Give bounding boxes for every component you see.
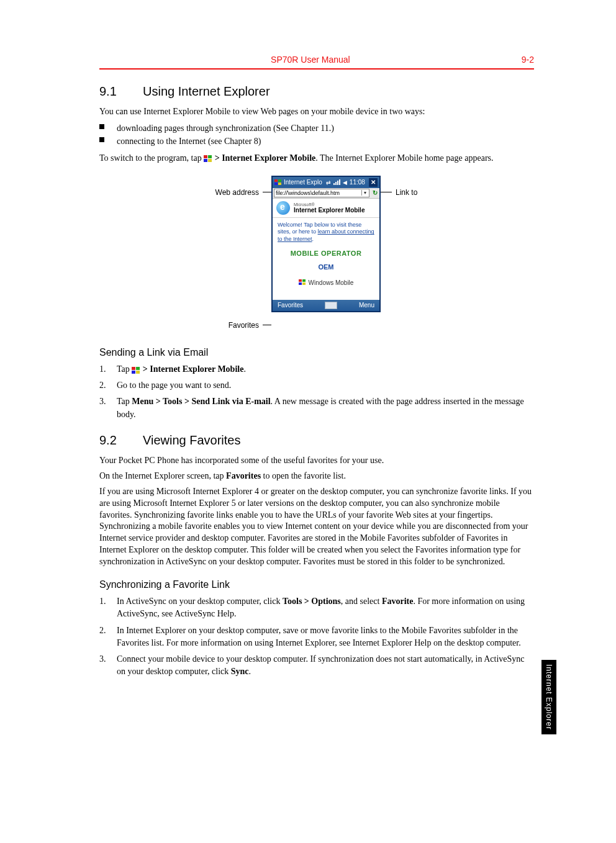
paragraph: If you are using Microsoft Internet Expl… <box>99 486 534 568</box>
brand-small: Microsoft® <box>294 202 365 207</box>
svg-rect-15 <box>136 371 140 374</box>
svg-rect-2 <box>204 159 207 162</box>
svg-rect-12 <box>132 367 135 370</box>
windows-start-icon <box>204 155 212 162</box>
device-figure: Web address Favorites Internet Explo ⇄ ◀ <box>99 176 534 330</box>
ordered-list-sync: In ActiveSync on your desktop computer, … <box>99 595 534 678</box>
clock-time: 11:08 <box>350 179 365 186</box>
list-item: downloading pages through synchronizatio… <box>99 122 534 135</box>
ordered-list-send: Tap > Internet Explorer Mobile. Go to th… <box>99 363 534 421</box>
address-bar-row: file://\windows\default.htm ▾ ↻ <box>273 188 379 199</box>
svg-rect-3 <box>208 159 212 162</box>
subheading-sending-link: Sending a Link via Email <box>99 347 534 358</box>
svg-rect-4 <box>274 179 278 182</box>
callout-link-to: Link to <box>381 188 430 197</box>
device-screenshot: Internet Explo ⇄ ◀ 11:08 ✕ file://\windo… <box>271 176 381 312</box>
softkey-favorites[interactable]: Favorites <box>278 302 303 309</box>
svg-rect-10 <box>299 282 302 285</box>
bullet-list: downloading pages through synchronizatio… <box>99 122 534 148</box>
intro-paragraph: You can use Internet Explorer Mobile to … <box>99 106 534 118</box>
list-item: Tap > Internet Explorer Mobile. <box>99 363 534 376</box>
keyboard-icon[interactable] <box>325 302 337 309</box>
svg-rect-6 <box>274 183 278 185</box>
svg-rect-11 <box>302 282 306 285</box>
svg-rect-13 <box>136 367 140 370</box>
paragraph: Your Pocket PC Phone has incorporated so… <box>99 455 534 467</box>
device-titlebar: Internet Explo ⇄ ◀ 11:08 ✕ <box>273 177 379 188</box>
svg-rect-8 <box>299 279 302 282</box>
brand-row: Microsoft® Internet Explorer Mobile <box>273 199 379 218</box>
oem-link[interactable]: OEM <box>273 263 379 271</box>
callout-web-address: Web address <box>203 188 271 197</box>
connectivity-icon: ⇄ <box>326 179 331 186</box>
list-item: In Internet Explorer on your desktop com… <box>99 624 534 650</box>
page-number: 9-2 <box>522 55 534 65</box>
list-item: connecting to the Internet (see Chapter … <box>99 135 534 148</box>
signal-icon <box>333 179 340 185</box>
svg-rect-14 <box>132 371 135 374</box>
section-9-2-heading: 9.2Viewing Favorites <box>99 433 534 448</box>
list-item: In ActiveSync on your desktop computer, … <box>99 595 534 621</box>
callout-favorites: Favorites <box>203 321 271 330</box>
side-tab-internet-explorer: Internet Explorer <box>541 660 556 734</box>
section-number: 9.2 <box>99 433 143 448</box>
ie-logo-icon <box>276 201 290 215</box>
address-value: file://\windows\default.htm <box>276 190 340 196</box>
svg-rect-5 <box>278 179 281 182</box>
svg-rect-0 <box>204 155 207 158</box>
section-title: Using Internet Explorer <box>143 84 270 98</box>
welcome-text: Welcome! Tap below to visit these sites,… <box>273 218 379 246</box>
softkey-menu[interactable]: Menu <box>359 302 374 309</box>
page-content: SP70R User Manual 9-2 9.1Using Internet … <box>99 55 534 683</box>
address-input[interactable]: file://\windows\default.htm ▾ <box>274 189 369 197</box>
svg-rect-9 <box>302 279 306 282</box>
device-softkey-bar: Favorites Menu <box>273 300 379 311</box>
mobile-operator-link[interactable]: MOBILE OPERATOR <box>273 250 379 257</box>
windows-flag-icon <box>299 279 306 286</box>
brand-main: Internet Explorer Mobile <box>294 207 365 214</box>
speaker-icon: ◀ <box>343 179 347 186</box>
section-title: Viewing Favorites <box>143 433 240 447</box>
go-button[interactable]: ↻ <box>371 189 379 196</box>
section-number: 9.1 <box>99 84 143 99</box>
subheading-sync-favorite: Synchronizing a Favorite Link <box>99 579 534 590</box>
windows-start-icon[interactable] <box>274 179 282 186</box>
list-item: Go to the page you want to send. <box>99 379 534 392</box>
windows-mobile-link[interactable]: Windows Mobile <box>273 279 379 286</box>
app-title: Internet Explo <box>284 179 322 186</box>
dropdown-icon[interactable]: ▾ <box>361 190 368 196</box>
paragraph: On the Internet Explorer screen, tap Fav… <box>99 471 534 482</box>
page-header: SP70R User Manual 9-2 <box>99 55 534 70</box>
svg-rect-7 <box>278 183 281 185</box>
list-item: Connect your mobile device to your deskt… <box>99 653 534 678</box>
close-button[interactable]: ✕ <box>369 178 378 187</box>
svg-rect-1 <box>208 155 212 158</box>
manual-title: SP70R User Manual <box>99 55 522 65</box>
windows-start-icon <box>132 366 140 373</box>
switch-paragraph: To switch to the program, tap > Internet… <box>99 153 534 165</box>
section-9-1-heading: 9.1Using Internet Explorer <box>99 84 534 99</box>
list-item: Tap Menu > Tools > Send Link via E-mail.… <box>99 395 534 421</box>
